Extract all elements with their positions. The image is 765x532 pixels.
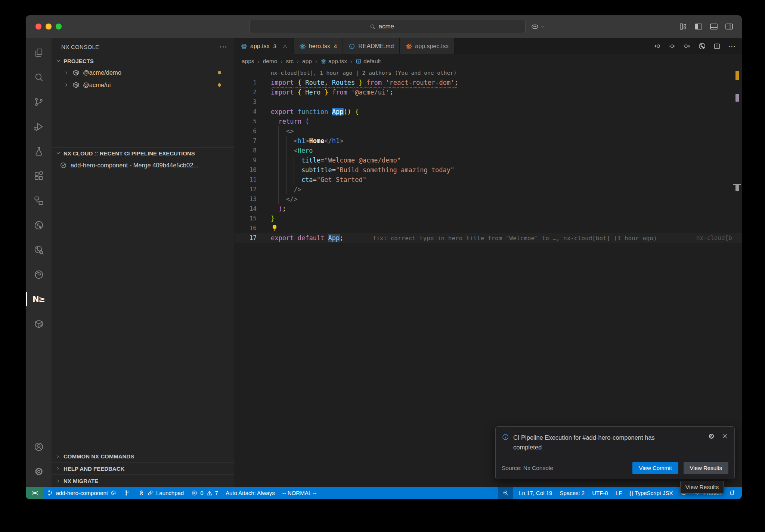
code-line-13[interactable]: 13</> — [235, 194, 742, 204]
lightbulb-icon[interactable] — [271, 224, 278, 232]
status-language-mode[interactable]: {} TypeScript JSX — [626, 487, 676, 499]
gitlens-graph-button[interactable] — [698, 42, 706, 50]
breadcrumb-label: app.tsx — [328, 58, 347, 65]
code-line-2[interactable]: 2import { Hero } from '@acme/ui'; — [235, 87, 742, 97]
line-content: subtitle="Build something amazing today" — [271, 165, 454, 175]
activity-item-gitlens-inspect[interactable] — [26, 238, 52, 262]
code-line-14[interactable]: 14); — [235, 204, 742, 214]
breadcrumb-item-app[interactable]: app — [302, 58, 312, 65]
activity-item-explorer[interactable] — [26, 40, 52, 65]
toggle-secondary-sidebar-button[interactable] — [725, 22, 734, 31]
code-line-17[interactable]: 17export default App;fix: correct typo i… — [235, 233, 742, 243]
modified-dot — [218, 71, 221, 74]
pipeline-execution-item[interactable]: add-hero-component - Merge 409b44e5cb02.… — [52, 159, 235, 171]
activity-item-edge-devtools[interactable] — [26, 262, 52, 287]
tab-label: hero.tsx — [309, 43, 330, 50]
activity-item-project-details[interactable] — [26, 188, 52, 213]
nav-forward-button[interactable] — [683, 42, 691, 50]
activity-item-search[interactable] — [26, 65, 52, 90]
more-actions-button[interactable]: ⋯ — [728, 42, 736, 50]
status-git-branch[interactable]: add-hero-component — [43, 487, 121, 499]
close-tab-icon[interactable] — [282, 44, 288, 49]
code-line-12[interactable]: 12/> — [235, 185, 742, 194]
copilot-menu[interactable] — [531, 22, 545, 31]
breadcrumb-item-demo[interactable]: demo — [263, 58, 278, 65]
rocket-icon — [138, 490, 145, 496]
nav-position-button[interactable] — [668, 42, 676, 50]
command-center-search[interactable] — [249, 20, 526, 33]
split-editor-button[interactable] — [713, 42, 721, 50]
project-item[interactable]: @acme/ui — [52, 79, 235, 91]
ruler-warning-mark — [735, 71, 739, 80]
breadcrumb-item-app.tsx[interactable]: app.tsx — [320, 58, 347, 65]
tab-app.tsx[interactable]: app.tsx3 — [235, 38, 294, 54]
activity-item-extensions[interactable] — [26, 164, 52, 188]
code-area[interactable]: nx-cloud[bot], 1 hour ago | 2 authors (Y… — [235, 68, 742, 243]
status-auto-attach[interactable]: Auto Attach: Always — [222, 487, 279, 499]
section-common-nx-commands[interactable]: COMMON NX COMMANDS — [52, 450, 235, 462]
edge-icon — [34, 269, 44, 280]
status-notifications-bell[interactable] — [725, 487, 739, 499]
close-icon[interactable] — [721, 433, 728, 440]
activity-item-gitlens[interactable] — [26, 213, 52, 238]
code-line-8[interactable]: 8<Hero — [235, 146, 742, 155]
tab-app.spec.tsx[interactable]: app.spec.tsx — [400, 38, 455, 54]
toggle-primary-sidebar-button[interactable] — [694, 22, 703, 31]
tab-label: app.tsx — [250, 43, 270, 50]
code-lens-blame[interactable]: nx-cloud[bot], 1 hour ago | 2 authors (Y… — [271, 68, 742, 78]
activity-item-manage-settings[interactable] — [26, 459, 52, 484]
breadcrumb-item-default[interactable]: @default — [356, 58, 381, 65]
code-line-3[interactable]: 3 — [235, 97, 742, 107]
activity-item-source-control[interactable] — [26, 90, 52, 114]
code-line-10[interactable]: 10subtitle="Build something amazing toda… — [235, 165, 742, 175]
status-launchpad[interactable]: Launchpad — [134, 487, 188, 499]
notification-settings-icon[interactable] — [708, 433, 715, 440]
status-encoding[interactable]: UTF-8 — [588, 487, 612, 499]
section-nx-cloud[interactable]: NX CLOUD :: RECENT CI PIPELINE EXECUTION… — [52, 148, 235, 159]
search-input[interactable] — [378, 22, 406, 31]
line-content: <> — [271, 126, 294, 136]
customize-layout-button[interactable] — [679, 22, 688, 31]
activity-item-testing[interactable] — [26, 139, 52, 164]
project-item[interactable]: @acme/demo — [52, 66, 235, 79]
section-projects[interactable]: PROJECTS — [52, 55, 235, 66]
minimize-window-button[interactable] — [46, 24, 52, 30]
code-line-11[interactable]: 11cta="Get Started" — [235, 175, 742, 185]
code-line-15[interactable]: 15} — [235, 214, 742, 223]
nav-back-button[interactable] — [653, 42, 661, 50]
breadcrumb-item-apps[interactable]: apps — [242, 58, 254, 65]
view-results-button[interactable]: View Results — [684, 462, 728, 474]
status-problems[interactable]: 07 — [188, 487, 222, 499]
toggle-panel-button[interactable] — [709, 22, 718, 31]
more-actions-icon[interactable]: ⋯ — [220, 43, 227, 50]
tab-hero.tsx[interactable]: hero.tsx4 — [294, 38, 343, 54]
view-commit-button[interactable]: View Commit — [632, 462, 678, 474]
section-nx-migrate[interactable]: NX MIGRATE — [52, 474, 235, 487]
zoom-window-button[interactable] — [56, 24, 62, 30]
breadcrumb-item-src[interactable]: src — [286, 58, 294, 65]
activity-item-package-explorer[interactable] — [26, 312, 52, 336]
chevron-right-icon — [55, 466, 61, 471]
code-line-6[interactable]: 6<> — [235, 126, 742, 136]
activity-item-nx-console[interactable]: N≥ — [26, 287, 52, 312]
section-help-and-feedback[interactable]: HELP AND FEEDBACK — [52, 462, 235, 474]
status-remote-indicator[interactable]: >< — [26, 487, 43, 499]
code-line-1[interactable]: 1import { Route, Routes } from 'react-ro… — [235, 78, 742, 87]
breadcrumb-label: apps — [242, 58, 254, 65]
code-line-4[interactable]: 4export function App() { — [235, 107, 742, 117]
code-line-9[interactable]: 9title="Welcome @acme/demo" — [235, 155, 742, 165]
close-window-button[interactable] — [35, 24, 41, 30]
code-line-5[interactable]: 5return ( — [235, 117, 742, 126]
activity-item-accounts[interactable] — [26, 434, 52, 459]
status-indentation[interactable]: Spaces: 2 — [556, 487, 588, 499]
tab-README.md[interactable]: README.md — [343, 38, 400, 54]
status-vim-mode[interactable]: -- NORMAL -- — [279, 487, 320, 499]
status-commit-graph[interactable] — [121, 487, 134, 499]
line-content: export default App;fix: correct typo in … — [271, 233, 657, 243]
code-line-16[interactable]: 16 — [235, 223, 742, 233]
status-cursor-position[interactable]: Ln 17, Col 19 — [515, 487, 556, 499]
activity-item-run-and-debug[interactable] — [26, 114, 52, 139]
status-eol[interactable]: LF — [612, 487, 626, 499]
status-zoom-indicator[interactable] — [498, 487, 513, 499]
code-line-7[interactable]: 7<h1>Home</h1> — [235, 136, 742, 146]
